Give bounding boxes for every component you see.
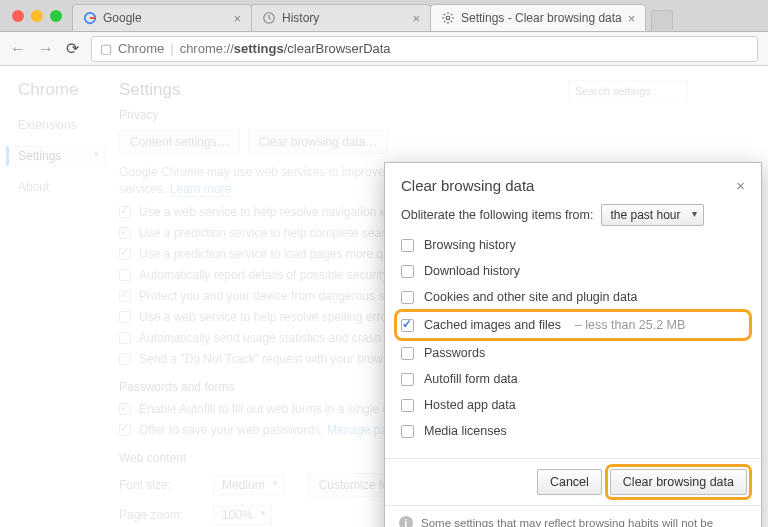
- clear-browsing-data-dialog: Clear browsing data × Obliterate the fol…: [384, 162, 762, 527]
- svg-point-2: [446, 16, 450, 20]
- nav-about[interactable]: About: [18, 180, 105, 194]
- info-icon: i: [399, 516, 413, 527]
- brand-title: Chrome: [18, 80, 105, 100]
- time-range-select[interactable]: the past hour: [601, 204, 703, 226]
- tab-settings[interactable]: Settings - Clear browsing data ×: [430, 4, 646, 31]
- search-settings-input[interactable]: [568, 80, 688, 102]
- history-icon: [262, 11, 276, 25]
- checkbox-icon[interactable]: [401, 373, 414, 386]
- dialog-title: Clear browsing data: [401, 177, 736, 194]
- checkbox-icon[interactable]: [119, 227, 131, 239]
- close-icon[interactable]: ×: [736, 177, 745, 194]
- address-bar[interactable]: ▢ Chrome | chrome://settings/clearBrowse…: [91, 36, 758, 62]
- checkbox-label: Use a web service to help resolve naviga…: [139, 205, 411, 219]
- page-icon: ▢: [100, 41, 112, 56]
- privacy-header: Privacy: [119, 108, 748, 122]
- gear-icon: [441, 11, 455, 25]
- checkbox-icon[interactable]: [119, 332, 131, 344]
- new-tab-button[interactable]: [651, 10, 673, 30]
- tab-history[interactable]: History ×: [251, 4, 431, 31]
- page: Chrome Extensions Settings About Setting…: [0, 66, 768, 527]
- checkbox-icon[interactable]: [401, 319, 414, 332]
- reload-button[interactable]: ⟳: [66, 39, 79, 58]
- checkbox-icon[interactable]: [401, 399, 414, 412]
- checkbox-icon[interactable]: [401, 239, 414, 252]
- tab-google[interactable]: Google ×: [72, 4, 252, 31]
- content-settings-button[interactable]: Content settings…: [119, 130, 240, 154]
- page-zoom-label: Page zoom:: [119, 508, 189, 522]
- forward-button: →: [38, 40, 54, 58]
- checkbox-icon[interactable]: [119, 403, 131, 415]
- checkbox-icon[interactable]: [401, 347, 414, 360]
- page-zoom-select[interactable]: 100%: [213, 505, 272, 525]
- option-label: Autofill form data: [424, 372, 518, 386]
- checkbox-icon[interactable]: [401, 291, 414, 304]
- dialog-footnote: Some settings that may reflect browsing …: [421, 516, 747, 527]
- option-label: Cached images and files: [424, 318, 561, 332]
- maximize-window-icon[interactable]: [50, 10, 62, 22]
- option-label: Hosted app data: [424, 398, 516, 412]
- tab-label: Settings - Clear browsing data: [461, 11, 622, 25]
- clear-data-option[interactable]: Passwords: [401, 344, 745, 362]
- clear-data-option[interactable]: Cookies and other site and plugin data: [401, 288, 745, 306]
- clear-data-option[interactable]: Autofill form data: [401, 370, 745, 388]
- clear-data-option[interactable]: Browsing history: [401, 236, 745, 254]
- close-tab-icon[interactable]: ×: [412, 11, 420, 26]
- tab-label: History: [282, 11, 319, 25]
- font-size-select[interactable]: Medium: [213, 475, 284, 495]
- clear-data-option[interactable]: Media licenses: [401, 422, 745, 440]
- close-tab-icon[interactable]: ×: [233, 11, 241, 26]
- checkbox-icon[interactable]: [401, 265, 414, 278]
- nav-extensions[interactable]: Extensions: [18, 118, 105, 132]
- checkbox-label: Enable Autofill to fill out web forms in…: [139, 402, 409, 416]
- checkbox-icon[interactable]: [119, 206, 131, 218]
- option-label: Cookies and other site and plugin data: [424, 290, 637, 304]
- clear-data-option[interactable]: Cached images and files– less than 25.2 …: [399, 314, 747, 336]
- checkbox-icon[interactable]: [119, 269, 131, 281]
- checkbox-icon[interactable]: [401, 425, 414, 438]
- clear-data-option[interactable]: Download history: [401, 262, 745, 280]
- cancel-button[interactable]: Cancel: [537, 469, 602, 495]
- option-label: Browsing history: [424, 238, 516, 252]
- option-label: Passwords: [424, 346, 485, 360]
- left-nav: Chrome Extensions Settings About: [0, 66, 105, 527]
- option-label: Download history: [424, 264, 520, 278]
- tab-label: Google: [103, 11, 142, 25]
- close-tab-icon[interactable]: ×: [628, 11, 636, 26]
- clear-browsing-data-confirm-button[interactable]: Clear browsing data: [610, 469, 747, 495]
- toolbar: ← → ⟳ ▢ Chrome | chrome://settings/clear…: [0, 32, 768, 66]
- back-button[interactable]: ←: [10, 40, 26, 58]
- font-size-label: Font size:: [119, 478, 189, 492]
- checkbox-label: Protect you and your device from dangero…: [139, 289, 403, 303]
- nav-settings[interactable]: Settings: [6, 146, 105, 166]
- close-window-icon[interactable]: [12, 10, 24, 22]
- minimize-window-icon[interactable]: [31, 10, 43, 22]
- learn-more-link[interactable]: Learn more: [170, 182, 231, 197]
- clear-data-option[interactable]: Hosted app data: [401, 396, 745, 414]
- option-label: Media licenses: [424, 424, 507, 438]
- window-controls: [12, 10, 62, 22]
- obliterate-label: Obliterate the following items from:: [401, 208, 593, 222]
- checkbox-icon[interactable]: [119, 424, 131, 436]
- clear-browsing-data-button[interactable]: Clear browsing data…: [248, 130, 389, 154]
- google-icon: [83, 11, 97, 25]
- omnibox-host: Chrome: [118, 41, 164, 56]
- tab-strip: Google × History × Settings - Clear brow…: [0, 0, 768, 32]
- checkbox-icon[interactable]: [119, 248, 131, 260]
- checkbox-label: Use a prediction service to load pages m…: [139, 247, 413, 261]
- checkbox-icon[interactable]: [119, 311, 131, 323]
- checkbox-icon[interactable]: [119, 353, 131, 365]
- checkbox-icon[interactable]: [119, 290, 131, 302]
- option-extra: – less than 25.2 MB: [575, 318, 685, 332]
- checkbox-label: Use a web service to help resolve spelli…: [139, 310, 397, 324]
